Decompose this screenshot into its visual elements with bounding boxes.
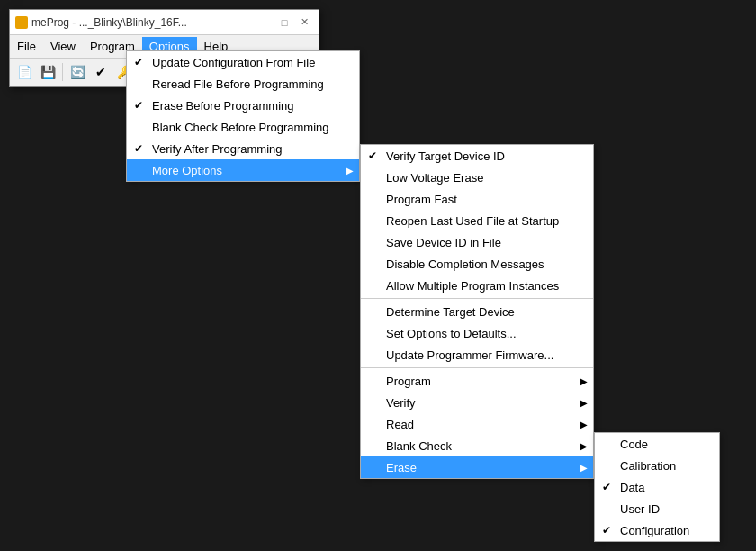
- menu-verify-after[interactable]: ✔ Verify After Programming: [127, 138, 359, 159]
- menu-set-options[interactable]: Set Options to Defaults...: [361, 322, 593, 344]
- toolbar-separator: [62, 63, 63, 81]
- erase-dropdown: Code Calibration ✔ Data User ID ✔ Config…: [594, 432, 720, 542]
- toolbar-verify-button[interactable]: ✔: [90, 61, 112, 83]
- title-bar: meProg - ..._Blinky\Blinky_16F... ─ □ ✕: [10, 10, 319, 35]
- window-title: meProg - ..._Blinky\Blinky_16F...: [32, 16, 187, 29]
- check-verify-after: ✔: [134, 142, 143, 155]
- menu-allow-multiple[interactable]: Allow Multiple Program Instances: [361, 275, 593, 296]
- app-icon: [15, 16, 28, 29]
- menu-determine-target[interactable]: Determine Target Device: [361, 301, 593, 322]
- menu-read-sub[interactable]: Read ▶: [361, 413, 593, 435]
- menu-blank-check-sub[interactable]: Blank Check ▶: [361, 435, 593, 456]
- menu-verify-target[interactable]: ✔ Verify Target Device ID: [361, 145, 593, 167]
- check-update-config: ✔: [134, 56, 143, 68]
- title-bar-controls: ─ □ ✕: [256, 14, 313, 31]
- menu-erase-data[interactable]: ✔ Data: [595, 476, 719, 498]
- read-arrow: ▶: [580, 420, 588, 429]
- verify-arrow: ▶: [580, 398, 588, 408]
- close-button[interactable]: ✕: [295, 14, 313, 31]
- separator-2: [361, 367, 593, 368]
- toolbar-new-button[interactable]: 📄: [14, 61, 35, 83]
- check-erase-configuration: ✔: [602, 524, 611, 537]
- erase-arrow: ▶: [580, 463, 588, 473]
- program-arrow: ▶: [580, 376, 588, 386]
- menu-program-sub[interactable]: Program ▶: [361, 370, 593, 392]
- menu-update-config[interactable]: ✔ Update Configuration From File: [127, 51, 359, 73]
- toolbar-save-button[interactable]: 💾: [37, 61, 58, 83]
- title-bar-left: meProg - ..._Blinky\Blinky_16F...: [15, 16, 187, 29]
- menu-program-fast[interactable]: Program Fast: [361, 188, 593, 210]
- menu-erase-before[interactable]: ✔ Erase Before Programming: [127, 95, 359, 116]
- menu-view[interactable]: View: [43, 37, 83, 56]
- more-options-arrow: ▶: [346, 166, 354, 176]
- menu-reread-file[interactable]: Reread File Before Programming: [127, 73, 359, 95]
- menu-update-firmware[interactable]: Update Programmer Firmware...: [361, 344, 593, 366]
- menu-save-device-id[interactable]: Save Device ID in File: [361, 231, 593, 253]
- separator-1: [361, 298, 593, 299]
- more-options-dropdown: ✔ Verify Target Device ID Low Voltage Er…: [360, 144, 594, 479]
- menu-blank-check[interactable]: Blank Check Before Programming: [127, 116, 359, 138]
- menu-erase-calibration[interactable]: Calibration: [595, 455, 719, 476]
- blank-check-arrow: ▶: [580, 441, 588, 451]
- menu-file[interactable]: File: [10, 37, 43, 56]
- menu-erase-sub[interactable]: Erase ▶: [361, 456, 593, 478]
- check-erase-data: ✔: [602, 481, 611, 493]
- menu-more-options[interactable]: More Options ▶: [127, 159, 359, 181]
- menu-reopen-last[interactable]: Reopen Last Used File at Startup: [361, 210, 593, 231]
- menu-erase-code[interactable]: Code: [595, 433, 719, 455]
- check-verify-target: ✔: [368, 149, 377, 162]
- options-dropdown: ✔ Update Configuration From File Reread …: [126, 50, 360, 182]
- minimize-button[interactable]: ─: [256, 14, 274, 31]
- menu-disable-completion[interactable]: Disable Completion Messages: [361, 253, 593, 275]
- menu-erase-user-id[interactable]: User ID: [595, 498, 719, 519]
- maximize-button[interactable]: □: [275, 14, 293, 31]
- toolbar-refresh-button[interactable]: 🔄: [67, 61, 88, 83]
- menu-verify-sub[interactable]: Verify ▶: [361, 392, 593, 413]
- check-erase-before: ✔: [134, 99, 143, 112]
- menu-low-voltage[interactable]: Low Voltage Erase: [361, 167, 593, 188]
- menu-erase-configuration[interactable]: ✔ Configuration: [595, 519, 719, 541]
